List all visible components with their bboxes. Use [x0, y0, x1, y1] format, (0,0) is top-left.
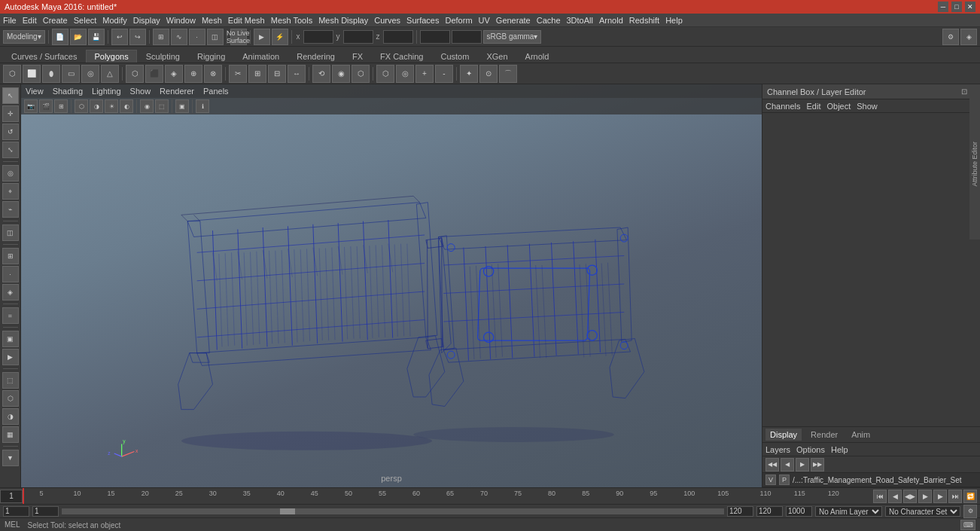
poly-plane-btn[interactable]: ▭	[62, 65, 80, 83]
range-end-input[interactable]	[727, 506, 753, 517]
soft-sel-btn[interactable]: ◎	[2, 165, 19, 182]
play-back-btn[interactable]: ◀▶	[903, 490, 917, 503]
layers-options-tab[interactable]: Options	[796, 445, 825, 454]
tab-custom[interactable]: Custom	[433, 50, 478, 63]
layer-playback-btn[interactable]: P	[779, 475, 790, 485]
frame-current-input[interactable]	[3, 506, 29, 517]
tab-curves-surfaces[interactable]: Curves / Surfaces	[3, 50, 85, 63]
settings-btn[interactable]: ⚙	[942, 29, 959, 45]
menu-window[interactable]: Window	[166, 16, 196, 25]
menu-select[interactable]: Select	[74, 16, 97, 25]
vp-menu-lighting[interactable]: Lighting	[92, 87, 121, 96]
tab-xgen[interactable]: XGen	[478, 50, 516, 63]
colorspace-dropdown[interactable]: sRGB gamma▾	[483, 30, 542, 44]
snap-surface-btn[interactable]: ◈	[2, 284, 19, 301]
conform-btn[interactable]: ⬡	[352, 65, 370, 83]
smooth-btn[interactable]: ◉	[332, 65, 350, 83]
menu-mesh-tools[interactable]: Mesh Tools	[271, 16, 312, 25]
layer-left-btn[interactable]: ◀	[781, 458, 794, 471]
lasso-btn[interactable]: ⌖	[2, 183, 19, 200]
tab-rigging[interactable]: Rigging	[189, 50, 233, 63]
layer-prev-btn[interactable]: ◀◀	[765, 458, 779, 471]
extrude-btn[interactable]: ⬡	[126, 65, 144, 83]
bridge-btn[interactable]: ⬛	[145, 65, 163, 83]
y-input[interactable]	[343, 30, 373, 44]
poly-cone-btn[interactable]: △	[101, 65, 119, 83]
vp-resolution-btn[interactable]: ▣	[175, 99, 189, 113]
poly-torus-btn[interactable]: ◎	[81, 65, 99, 83]
char-set-select[interactable]: No Character Set	[885, 506, 960, 517]
vp-hud-btn[interactable]: ℹ	[196, 99, 209, 113]
channels-object-tab[interactable]: Object	[826, 102, 851, 111]
tab-fx-caching[interactable]: FX Caching	[372, 50, 431, 63]
loop-btn[interactable]: 🔁	[963, 490, 977, 503]
no-live-surface-btn[interactable]: No Live Surface	[230, 29, 247, 45]
input-line-btn[interactable]: =	[2, 307, 19, 324]
vp-shadow-btn[interactable]: ◐	[120, 99, 133, 113]
menu-edit-mesh[interactable]: Edit Mesh	[228, 16, 265, 25]
menu-modify[interactable]: Modify	[102, 16, 126, 25]
menu-generate[interactable]: Generate	[496, 16, 531, 25]
channels-edit-tab[interactable]: Edit	[806, 102, 820, 111]
vp-smooth-btn[interactable]: ◑	[90, 99, 103, 113]
connect-btn[interactable]: ⊞	[248, 65, 266, 83]
tab-rendering[interactable]: Rendering	[288, 50, 343, 63]
texture-btn[interactable]: ▦	[2, 426, 19, 443]
merge-btn[interactable]: ⊕	[184, 65, 202, 83]
layer-visibility-btn[interactable]: V	[765, 475, 776, 485]
menu-surfaces[interactable]: Surfaces	[406, 16, 439, 25]
slide-edge-btn[interactable]: ↔	[288, 65, 306, 83]
range-slider[interactable]	[62, 508, 724, 514]
layer-right-btn[interactable]: ▶	[796, 458, 809, 471]
vp-grid-btn[interactable]: ⊞	[54, 99, 68, 113]
snap-pt-btn[interactable]: ·	[189, 29, 205, 45]
x-input[interactable]	[303, 30, 333, 44]
go-end-btn[interactable]: ⏭	[948, 490, 962, 503]
ipr-btn[interactable]: ⚡	[272, 29, 288, 45]
vp-light-btn[interactable]: ☀	[105, 99, 118, 113]
playhead[interactable]	[23, 488, 24, 505]
vp-film-btn[interactable]: 🎬	[39, 99, 53, 113]
snap-point-left-btn[interactable]: ·	[2, 266, 19, 282]
move-tool-btn[interactable]: ✛	[2, 105, 19, 122]
layer-next-btn[interactable]: ▶▶	[811, 458, 824, 471]
tab-animation[interactable]: Animation	[234, 50, 288, 63]
next-frame-btn[interactable]: ▶	[933, 490, 947, 503]
vp-xray-btn[interactable]: ⬚	[155, 99, 169, 113]
workspace-dropdown[interactable]: Modeling▾	[3, 30, 45, 44]
menu-mesh-display[interactable]: Mesh Display	[318, 16, 368, 25]
menu-file[interactable]: File	[3, 16, 17, 25]
poly-sphere-btn[interactable]: ⬡	[3, 65, 21, 83]
menu-redshift[interactable]: Redshift	[629, 16, 659, 25]
layer-item[interactable]: V P /...:Traffic_Management_Road_Safety_…	[762, 473, 980, 487]
tab-sculpting[interactable]: Sculpting	[138, 50, 188, 63]
max-time-input[interactable]	[786, 506, 812, 517]
select-tool-btn[interactable]: ↖	[2, 87, 19, 104]
undo-btn[interactable]: ↩	[111, 29, 128, 45]
menu-curves[interactable]: Curves	[374, 16, 400, 25]
paint-weights-btn[interactable]: ⌒	[499, 65, 517, 83]
menu-edit[interactable]: Edit	[23, 16, 37, 25]
title-bar-controls[interactable]: ─ □ ✕	[938, 2, 975, 12]
split-btn[interactable]: ✂	[229, 65, 247, 83]
viewport[interactable]: View Shading Lighting Show Renderer Pane…	[21, 84, 762, 487]
attribute-editor-label[interactable]: Attribute Editor	[969, 89, 980, 240]
paint-sel-btn[interactable]: ⌁	[2, 201, 19, 218]
anim-settings-btn[interactable]: ⚙	[963, 505, 977, 518]
menu-cache[interactable]: Cache	[537, 16, 561, 25]
float-a-input[interactable]: 0.00	[420, 30, 450, 44]
vp-menu-view[interactable]: View	[26, 87, 44, 96]
scale-tool-btn[interactable]: ⤡	[2, 142, 19, 158]
float-b-input[interactable]: 1.00	[452, 30, 482, 44]
menu-uv[interactable]: UV	[479, 16, 490, 25]
vp-menu-shading[interactable]: Shading	[53, 87, 83, 96]
vp-menu-renderer[interactable]: Renderer	[160, 87, 194, 96]
anim-layer-select[interactable]: No Anim Layer	[815, 506, 882, 517]
flip-btn[interactable]: ⟲	[312, 65, 330, 83]
display-tab[interactable]: Display	[765, 429, 802, 441]
tab-arnold[interactable]: Arnold	[517, 50, 558, 63]
vp-isolate-btn[interactable]: ◉	[140, 99, 154, 113]
range-slider-thumb[interactable]	[280, 508, 295, 514]
rotate-tool-btn[interactable]: ↺	[2, 124, 19, 140]
play-fwd-btn[interactable]: ▶	[918, 490, 932, 503]
